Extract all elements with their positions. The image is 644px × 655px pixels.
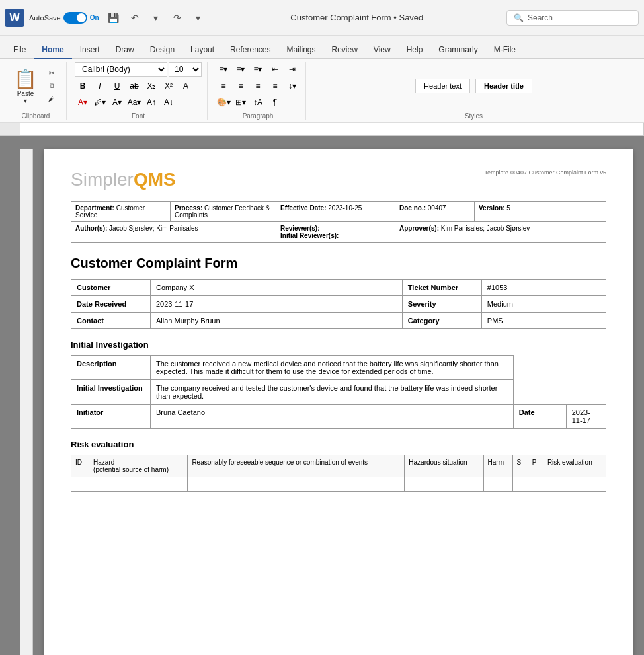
decrease-indent-button[interactable]: ⇤	[267, 62, 283, 77]
tab-mfile[interactable]: M-File	[486, 41, 524, 59]
italic-button[interactable]: I	[92, 79, 108, 93]
risk-evaluation-title: Risk evaluation	[71, 440, 606, 449]
ruler	[0, 123, 644, 136]
undo-icon[interactable]: ↶	[126, 9, 144, 27]
vertical-ruler	[20, 149, 33, 655]
underline-button[interactable]: U	[109, 79, 125, 93]
tab-help[interactable]: Help	[399, 41, 431, 59]
style-header-text[interactable]: Header text	[415, 79, 470, 93]
ruler-main	[20, 123, 644, 135]
meta-reviewer: Reviewer(s): Initial Reviewer(s):	[276, 222, 395, 243]
line-spacing-button[interactable]: ↕▾	[284, 79, 300, 93]
doc-header: SimplerQMS Template-00407 Customer Compl…	[71, 169, 606, 190]
risk-cell-p	[528, 477, 543, 492]
tab-insert[interactable]: Insert	[72, 41, 108, 59]
multilevel-list-button[interactable]: ≡▾	[250, 62, 266, 77]
tab-layout[interactable]: Layout	[182, 41, 222, 59]
date-value: 2023-11-17	[566, 405, 606, 429]
logo-text: SimplerQMS	[71, 169, 176, 190]
tab-home[interactable]: Home	[34, 41, 71, 59]
numbered-list-button[interactable]: ≡▾	[233, 62, 249, 77]
word-logo-icon: W	[5, 9, 24, 27]
undo-dropdown-icon[interactable]: ▾	[147, 9, 165, 27]
paragraph-group: ≡▾ ≡▾ ≡▾ ⇤ ⇥ ≡ ≡ ≡ ≡ ↕▾ 🎨▾ ⊞▾ ↕A ¶ Parag…	[210, 62, 306, 120]
bold-button[interactable]: B	[75, 79, 91, 93]
initiator-label: Initiator	[71, 405, 151, 429]
copy-button[interactable]: ⧉	[42, 80, 61, 92]
description-value: The customer received a new medical devi…	[151, 356, 514, 380]
risk-col-harm: Harm	[483, 455, 512, 477]
styles-preview: Header text Header title	[410, 76, 538, 96]
ribbon-tabs: File Home Insert Draw Design Layout Refe…	[0, 36, 644, 59]
show-formatting-button[interactable]: ¶	[267, 95, 283, 110]
risk-cell-harm	[483, 477, 512, 492]
font-family-dropdown[interactable]: Calibri (Body)	[75, 62, 167, 77]
risk-col-id: ID	[71, 455, 89, 477]
increase-font-button[interactable]: A↑	[143, 95, 159, 110]
clear-format-button[interactable]: A	[178, 79, 194, 93]
customer-value: Company X	[151, 280, 403, 296]
doc-title-main: Customer Complaint Form	[71, 256, 606, 271]
paragraph-label: Paragraph	[243, 111, 274, 120]
font-content: Calibri (Body) 10 B I U ab X₂ X² A A▾ 🖊▾…	[75, 62, 202, 110]
decrease-font-button[interactable]: A↓	[161, 95, 177, 110]
search-placeholder: Search	[528, 13, 553, 22]
meta-version: Version: 5	[475, 202, 606, 222]
increase-indent-button[interactable]: ⇥	[284, 62, 300, 77]
case-button[interactable]: Aa▾	[126, 95, 142, 110]
sort-button[interactable]: ↕A	[250, 95, 266, 110]
redo-icon[interactable]: ↷	[168, 9, 186, 27]
ticket-number-label: Ticket Number	[402, 280, 481, 296]
font-format-row: B I U ab X₂ X² A	[75, 79, 194, 93]
risk-col-eval: Risk evaluation	[543, 455, 606, 477]
tab-review[interactable]: Review	[324, 41, 366, 59]
cut-button[interactable]: ✂	[42, 67, 61, 79]
risk-cell-situation	[405, 477, 483, 492]
tab-grammarly[interactable]: Grammarly	[430, 41, 485, 59]
severity-value: Medium	[481, 296, 606, 313]
clipboard-group: 📋 Paste ▾ ✂ ⧉ 🖌 Clipboard	[5, 62, 67, 120]
meta-effective-date: Effective Date: 2023-10-25	[276, 202, 395, 222]
paste-button[interactable]: 📋 Paste ▾	[11, 66, 40, 106]
tab-mailings[interactable]: Mailings	[278, 41, 323, 59]
font-size-dropdown[interactable]: 10	[169, 62, 202, 77]
search-box[interactable]: 🔍 Search	[506, 10, 639, 26]
superscript-button[interactable]: X²	[161, 79, 177, 93]
autosave-area: AutoSave On	[29, 12, 99, 24]
font-selectors: Calibri (Body) 10	[75, 62, 202, 77]
align-center-button[interactable]: ≡	[233, 79, 249, 93]
font-group: Calibri (Body) 10 B I U ab X₂ X² A A▾ 🖊▾…	[69, 62, 208, 120]
strikethrough-button[interactable]: ab	[126, 79, 142, 93]
paragraph-content: ≡▾ ≡▾ ≡▾ ⇤ ⇥ ≡ ≡ ≡ ≡ ↕▾ 🎨▾ ⊞▾ ↕A ¶	[216, 62, 300, 110]
template-info: Template-00407 Customer Complaint Form v…	[484, 169, 606, 176]
invest-row-investigation: Initial Investigation The company receiv…	[71, 380, 606, 405]
highlight-color-button[interactable]: 🖊▾	[92, 95, 108, 110]
meta-author: Author(s): Jacob Sjørslev; Kim Panisales	[71, 222, 276, 243]
subscript-button[interactable]: X₂	[143, 79, 159, 93]
font-color2-button[interactable]: A▾	[109, 95, 125, 110]
styles-content: Header text Header title	[410, 62, 538, 110]
risk-cell-s	[512, 477, 528, 492]
format-painter-button[interactable]: 🖌	[42, 93, 61, 104]
save-icon[interactable]: 💾	[104, 9, 123, 27]
tab-file[interactable]: File	[5, 41, 34, 59]
align-right-button[interactable]: ≡	[250, 79, 266, 93]
bullet-list-button[interactable]: ≡▾	[216, 62, 231, 77]
borders-button[interactable]: ⊞▾	[233, 95, 249, 110]
style-header-title[interactable]: Header title	[475, 79, 532, 93]
font-color-button[interactable]: A▾	[75, 95, 91, 110]
align-left-button[interactable]: ≡	[216, 79, 231, 93]
tab-view[interactable]: View	[366, 41, 399, 59]
justify-button[interactable]: ≡	[267, 79, 283, 93]
tab-design[interactable]: Design	[142, 41, 182, 59]
investigation-table: Description The customer received a new …	[71, 355, 606, 429]
risk-col-s: S	[512, 455, 528, 477]
ruler-left	[0, 123, 20, 135]
tab-draw[interactable]: Draw	[108, 41, 142, 59]
customize-icon[interactable]: ▾	[189, 9, 208, 27]
autosave-toggle[interactable]	[63, 12, 87, 24]
complaint-data-table: Customer Company X Ticket Number #1053 D…	[71, 279, 606, 329]
contact-value: Allan Murphy Bruun	[151, 313, 403, 329]
shading-button[interactable]: 🎨▾	[216, 95, 231, 110]
tab-references[interactable]: References	[222, 41, 278, 59]
